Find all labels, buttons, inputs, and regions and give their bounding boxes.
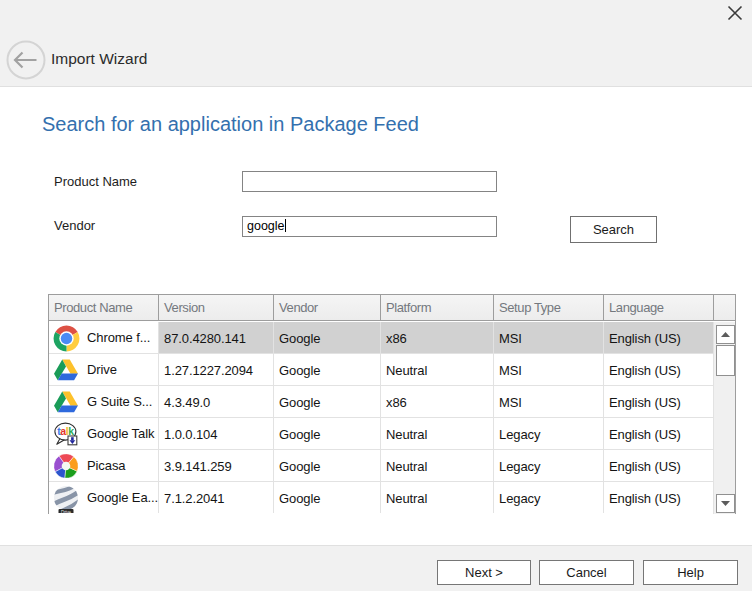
svg-text:Drive: Drive — [61, 510, 72, 513]
